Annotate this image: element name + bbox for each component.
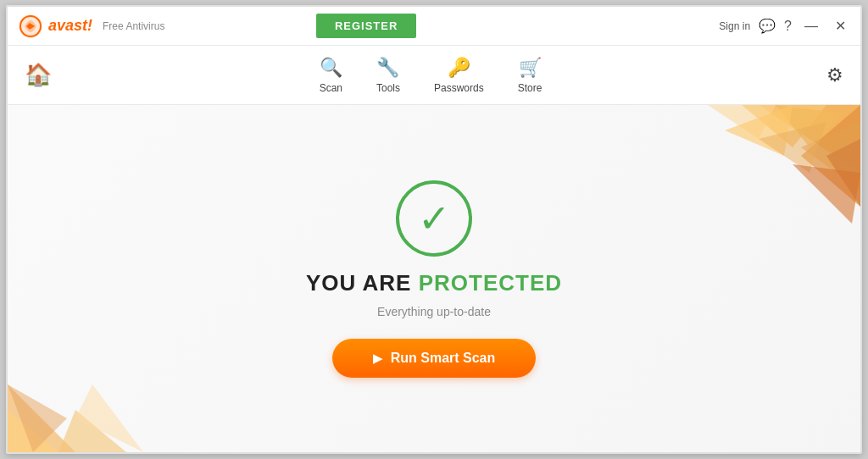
tools-label: Tools [376,82,400,94]
decoration-right [589,105,860,317]
svg-marker-11 [793,164,860,224]
run-smart-scan-button[interactable]: ▶ Run Smart Scan [332,339,537,378]
avast-logo-icon [18,14,43,39]
passwords-label: Passwords [434,82,484,94]
subtitle-text: Everything up-to-date [377,305,491,318]
settings-icon[interactable]: ⚙ [826,64,843,86]
protected-heading: YOU ARE PROTECTED [306,270,562,296]
check-circle: ✓ [396,180,472,257]
titlebar: avast! Free Antivirus REGISTER Sign in 💬… [8,7,860,46]
logo: avast! Free Antivirus [18,14,164,39]
minimize-button[interactable]: — [800,17,822,36]
register-button[interactable]: REGISTER [316,14,416,38]
scan-label: Scan [320,82,342,94]
nav-items: 🔍 Scan 🔧 Tools 🔑 Passwords 🛒 Store [86,57,776,94]
checkmark-icon: ✓ [418,199,451,238]
message-icon[interactable]: 💬 [759,18,776,34]
run-scan-label: Run Smart Scan [391,351,496,366]
nav-tools[interactable]: 🔧 Tools [376,57,400,94]
close-button[interactable]: ✕ [831,16,850,36]
store-label: Store [518,82,542,94]
app-window: avast! Free Antivirus REGISTER Sign in 💬… [6,5,862,454]
store-icon: 🛒 [519,57,542,79]
help-icon[interactable]: ? [784,19,792,34]
nav-passwords[interactable]: 🔑 Passwords [434,57,484,94]
avast-brand-text: avast! [48,17,92,35]
status-area: ✓ YOU ARE PROTECTED Everything up-to-dat… [306,180,562,378]
tools-icon: 🔧 [376,57,399,79]
product-name: Free Antivirus [103,20,164,32]
home-button[interactable]: 🏠 [25,62,52,88]
nav-store[interactable]: 🛒 Store [518,57,542,94]
navbar: 🏠 🔍 Scan 🔧 Tools 🔑 Passwords 🛒 Store ⚙ [8,46,860,105]
passwords-icon: 🔑 [448,57,470,79]
titlebar-controls: Sign in 💬 ? — ✕ [719,16,850,36]
main-content: ✓ YOU ARE PROTECTED Everything up-to-dat… [8,105,860,452]
protected-word: PROTECTED [419,270,562,296]
play-icon: ▶ [373,351,382,365]
decoration-left [8,300,177,452]
nav-scan[interactable]: 🔍 Scan [320,57,342,94]
sign-in-link[interactable]: Sign in [719,20,750,32]
scan-icon: 🔍 [320,57,342,79]
